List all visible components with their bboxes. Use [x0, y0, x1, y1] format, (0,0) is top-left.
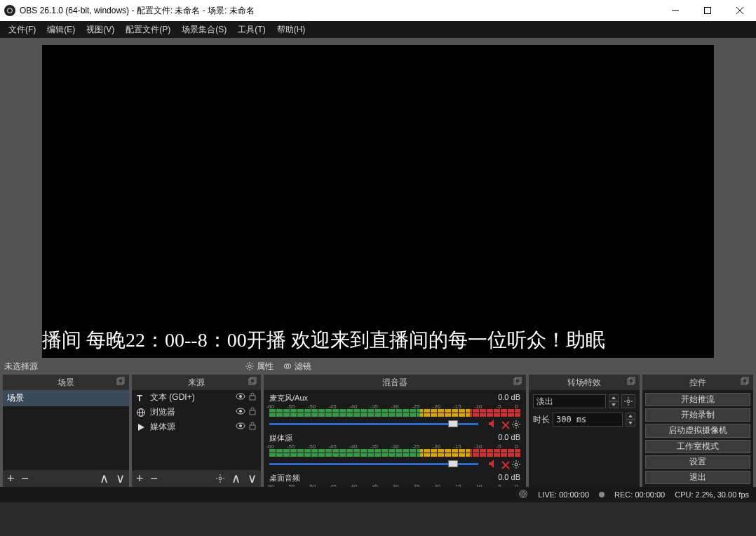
svg-point-27 — [239, 410, 242, 413]
source-settings-button[interactable] — [216, 472, 224, 485]
properties-label: 属性 — [257, 361, 274, 373]
add-source-button[interactable]: + — [136, 472, 144, 485]
channel-settings-button[interactable] — [512, 459, 520, 471]
channel-db: 0.0 dB — [498, 433, 520, 443]
no-source-selected-label: 未选择源 — [4, 361, 38, 373]
svg-point-4 — [248, 365, 251, 368]
popout-icon[interactable] — [116, 377, 126, 387]
popout-icon[interactable] — [513, 377, 523, 387]
source-toolbar: 未选择源 属性 滤镜 — [0, 358, 756, 375]
mute-button[interactable] — [488, 459, 499, 471]
source-label: 文本 (GDI+) — [150, 391, 195, 403]
svg-rect-38 — [515, 377, 521, 383]
start-streaming-button[interactable]: 开始推流 — [645, 393, 750, 406]
volume-slider[interactable] — [269, 419, 520, 429]
svg-rect-31 — [250, 425, 255, 429]
source-down-button[interactable]: ∨ — [248, 472, 257, 485]
mute-x-icon — [502, 419, 509, 431]
visibility-toggle[interactable] — [236, 406, 245, 418]
menu-help[interactable]: 帮助(H) — [271, 21, 311, 38]
source-item[interactable]: 浏览器 — [132, 405, 261, 420]
svg-line-59 — [518, 462, 519, 462]
controls-panel: 控件 开始推流开始录制启动虚拟摄像机工作室模式设置退出 — [642, 375, 753, 487]
remove-source-button[interactable]: − — [151, 472, 158, 485]
popout-icon[interactable] — [248, 377, 258, 387]
channel-db: 0.0 dB — [498, 393, 520, 403]
visibility-toggle[interactable] — [236, 421, 245, 433]
remove-scene-button[interactable]: − — [22, 472, 29, 485]
lock-toggle[interactable] — [248, 407, 257, 417]
live-label: LIVE: — [538, 490, 557, 499]
svg-point-30 — [239, 424, 242, 427]
scenes-footer: + − ∧ ∨ — [3, 470, 129, 487]
mute-button[interactable] — [488, 419, 499, 431]
channel-name: 麦克风/Aux — [269, 393, 308, 403]
live-time: 00:00:00 — [559, 490, 589, 499]
window-maximize-button[interactable] — [691, 0, 724, 21]
channel-settings-button[interactable] — [512, 419, 520, 431]
rec-indicator-icon — [599, 492, 605, 497]
scene-down-button[interactable]: ∨ — [116, 472, 125, 485]
menu-view[interactable]: 视图(V) — [81, 21, 120, 38]
transition-select[interactable]: 淡出 — [533, 394, 606, 408]
filters-button[interactable]: 滤镜 — [279, 359, 316, 374]
svg-rect-69 — [743, 377, 748, 383]
lock-toggle[interactable] — [248, 422, 257, 432]
preview-canvas[interactable]: 播间 每晚22：00--8：00开播 欢迎来到直播间的每一位听众！助眠 — [42, 45, 714, 358]
svg-rect-68 — [741, 379, 747, 384]
svg-line-60 — [513, 467, 514, 467]
popout-icon[interactable] — [741, 377, 750, 387]
svg-rect-62 — [629, 377, 635, 383]
svg-rect-1 — [705, 8, 711, 14]
menu-file[interactable]: 文件(F) — [3, 21, 41, 38]
svg-rect-16 — [119, 377, 124, 383]
svg-point-21 — [239, 395, 242, 398]
settings-button[interactable]: 设置 — [645, 455, 750, 469]
filter-icon — [283, 362, 292, 370]
svg-rect-22 — [250, 396, 255, 400]
duration-input[interactable]: 300 ms — [553, 413, 623, 427]
source-label: 浏览器 — [150, 406, 175, 418]
svg-line-46 — [513, 422, 514, 422]
add-scene-button[interactable]: + — [7, 472, 15, 485]
svg-rect-17 — [249, 379, 255, 384]
menu-scene-collection[interactable]: 场景集合(S) — [176, 21, 232, 38]
mixer-channel: 桌面音频0.0 dB-60-55-50-45-40-35-30-25-20-15… — [264, 470, 526, 487]
scene-up-button[interactable]: ∧ — [100, 472, 109, 485]
menu-tools[interactable]: 工具(T) — [232, 21, 271, 38]
mute-x-icon — [502, 459, 509, 471]
svg-line-47 — [518, 427, 519, 427]
scene-item[interactable]: 场景 — [3, 390, 129, 406]
source-up-button[interactable]: ∧ — [231, 472, 241, 485]
broadcast-icon — [518, 490, 528, 500]
window-minimize-button[interactable] — [659, 0, 691, 21]
svg-rect-37 — [514, 379, 520, 384]
menu-profile[interactable]: 配置文件(P) — [120, 21, 176, 38]
svg-rect-18 — [250, 377, 256, 383]
mixer-title: 混音器 — [382, 377, 407, 389]
source-item[interactable]: 媒体源 — [132, 420, 261, 434]
start-virtual-cam-button[interactable]: 启动虚拟摄像机 — [645, 424, 750, 437]
start-recording-button[interactable]: 开始录制 — [645, 408, 750, 422]
docks-row: 场景 场景 + − ∧ ∨ 来源 T文本 (GDI+)浏览器媒体源 + − ∧ … — [0, 375, 756, 487]
lock-toggle[interactable] — [248, 392, 257, 403]
exit-button[interactable]: 退出 — [645, 471, 750, 484]
transitions-panel: 转场特效 淡出 时长 300 ms — [529, 375, 640, 487]
svg-line-49 — [513, 427, 514, 427]
scenes-title: 场景 — [58, 377, 74, 389]
popout-icon[interactable] — [627, 377, 637, 387]
duration-spinner[interactable] — [626, 413, 635, 427]
menu-edit[interactable]: 编辑(E) — [41, 21, 81, 38]
transition-settings-button[interactable] — [621, 394, 635, 408]
svg-rect-15 — [117, 379, 123, 384]
transition-spinner[interactable] — [609, 394, 619, 408]
window-close-button[interactable] — [724, 0, 756, 21]
svg-rect-61 — [628, 379, 633, 384]
properties-button[interactable]: 属性 — [241, 359, 278, 374]
mixer-channel: 媒体源0.0 dB-60-55-50-45-40-35-30-25-20-15-… — [264, 430, 526, 470]
source-item[interactable]: T文本 (GDI+) — [132, 390, 261, 405]
channel-name: 桌面音频 — [269, 473, 300, 483]
studio-mode-button[interactable]: 工作室模式 — [645, 440, 750, 453]
visibility-toggle[interactable] — [236, 391, 245, 403]
volume-slider[interactable] — [269, 459, 520, 469]
